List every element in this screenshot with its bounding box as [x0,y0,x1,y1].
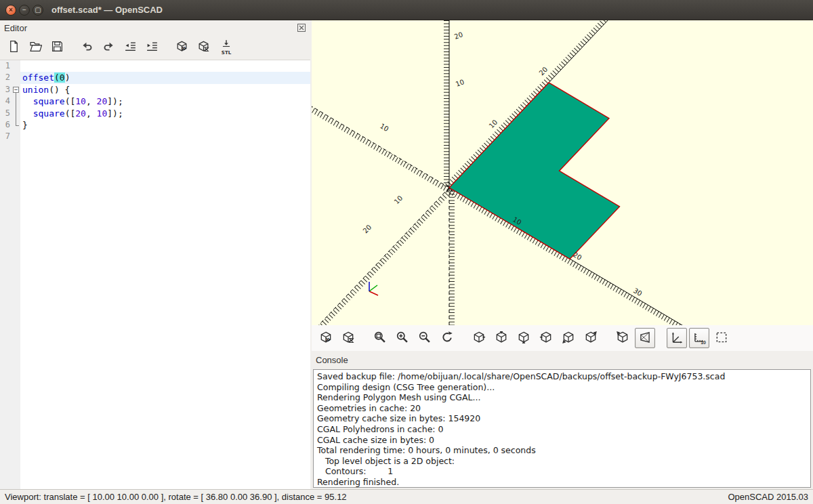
code-text: square([10, 20]); [20,96,310,107]
reset-view-icon [440,331,454,346]
svg-text:»: » [325,335,331,344]
render-icon [197,40,210,55]
view-top-button[interactable] [491,328,512,348]
show-crosshairs-button[interactable] [711,328,732,348]
console-line: Top level object is a 2D object: [317,456,807,467]
unindent-button[interactable] [121,38,140,57]
console-line: Geometries in cache: 20 [317,403,807,414]
vp-preview-button[interactable]: » [316,328,336,348]
window-maximize-button[interactable]: ▢ [33,5,43,16]
titlebar[interactable]: × − ▢ offset.scad* — OpenSCAD [0,0,813,20]
view-front-button[interactable] [558,328,579,348]
export-stl-button[interactable]: STL [215,38,237,57]
new-file-button[interactable] [4,38,23,57]
view-back-icon [584,331,598,346]
code-line[interactable]: 4 square([10, 20]); [0,96,310,107]
fold-margin [12,96,20,107]
fold-margin[interactable]: − [12,84,20,96]
view-top-icon [495,331,508,346]
statusbar-viewport-info: Viewport: translate = [ 10.00 10.00 0.00… [5,492,728,502]
window-close-button[interactable]: × [5,5,16,16]
zoom-in-icon [396,331,409,346]
show-scale-markers-button[interactable]: 10 [689,328,709,348]
export-stl-label: STL [222,51,231,56]
editor-panel: Editor » STL 12offset(0)3−union() {4 squ… [0,20,310,489]
view-right-icon [472,331,486,346]
view-all-button[interactable] [370,328,390,348]
export-stl-icon [221,39,232,51]
show-axes-button[interactable] [667,328,687,348]
console-lines: Saved backup file: /home/obijuan/.local/… [317,371,807,488]
console-output[interactable]: Saved backup file: /home/obijuan/.local/… [313,369,811,488]
fold-marker-icon[interactable]: − [13,87,19,93]
zoom-out-icon [418,331,432,346]
window-title: offset.scad* — OpenSCAD [51,5,163,15]
code-line[interactable]: 6} [0,119,310,131]
code-line[interactable]: 5 square([20, 10]); [0,108,310,119]
zoom-in-button[interactable] [392,328,413,348]
window-controls: × − ▢ [5,5,43,16]
editor-toolbar: » STL [0,35,310,60]
window-minimize-button[interactable]: − [19,5,30,16]
console-line: CGAL cache size in bytes: 0 [317,435,807,446]
fold-margin [12,72,20,83]
editor-dock-title: Editor [4,23,27,33]
line-number: 1 [0,60,12,72]
undo-button[interactable] [77,38,96,57]
new-file-icon [7,40,20,55]
code-text: } [20,119,310,131]
code-lines: 12offset(0)3−union() {4 square([10, 20])… [0,60,310,143]
console-line: Geometry cache size in bytes: 154920 [317,413,807,424]
open-file-icon [29,40,42,55]
line-number: 2 [0,72,12,83]
viewport-3d[interactable]: 10 20 30 10 20 10 20 10 10 20 [312,20,813,325]
viewport-toolbar: » 10 [312,325,813,351]
code-text: offset(0) [20,72,310,83]
view-diagonal-button[interactable] [612,328,633,348]
console-line: Saved backup file: /home/obijuan/.local/… [317,371,807,382]
code-line[interactable]: 7 [0,131,310,142]
fold-margin [12,108,20,119]
viewport-canvas[interactable]: 10 20 30 10 20 10 20 10 10 20 [312,20,813,325]
line-number: 5 [0,108,12,119]
zoom-out-button[interactable] [415,328,435,348]
open-file-button[interactable] [26,38,45,57]
save-file-button[interactable] [47,38,66,57]
code-text [20,60,310,72]
right-panel: 10 20 30 10 20 10 20 10 10 20 » [312,20,813,489]
view-bottom-button[interactable] [514,328,534,348]
scale-markers-label: 10 [701,340,706,345]
undo-icon [81,40,93,55]
editor-preview-button[interactable]: » [172,38,191,57]
statusbar: Viewport: translate = [ 10.00 10.00 0.00… [0,489,813,504]
save-icon [51,40,64,55]
console-dock-title: Console [316,355,348,365]
indent-icon [146,40,159,55]
view-left-icon [539,331,553,346]
redo-icon [102,40,115,55]
perspective-button[interactable] [635,328,655,348]
preview-icon: » [175,40,188,55]
code-line[interactable]: 1 [0,60,310,72]
console-line: Compiling design (CSG Tree generation)..… [317,382,807,393]
console-line: Rendering finished. [317,477,807,488]
show-axes-icon [670,331,684,346]
editor-close-icon[interactable] [297,23,306,33]
view-front-icon [562,331,575,346]
code-editor[interactable]: 12offset(0)3−union() {4 square([10, 20])… [0,60,310,489]
reset-view-button[interactable] [437,328,457,348]
code-line[interactable]: 2offset(0) [0,72,310,83]
vp-render-button[interactable] [338,328,358,348]
view-diagonal-icon [616,331,629,346]
editor-dock-header: Editor [0,20,310,35]
console-line: Rendering Polygon Mesh using CGAL... [317,392,807,403]
editor-render-button[interactable] [194,38,213,57]
console-line: Total rendering time: 0 hours, 0 minutes… [317,445,807,456]
code-line[interactable]: 3−union() { [0,84,310,96]
view-right-button[interactable] [469,328,489,348]
statusbar-version: OpenSCAD 2015.03 [728,492,808,502]
view-left-button[interactable] [536,328,556,348]
view-back-button[interactable] [581,328,601,348]
indent-button[interactable] [142,38,161,57]
redo-button[interactable] [99,38,118,57]
